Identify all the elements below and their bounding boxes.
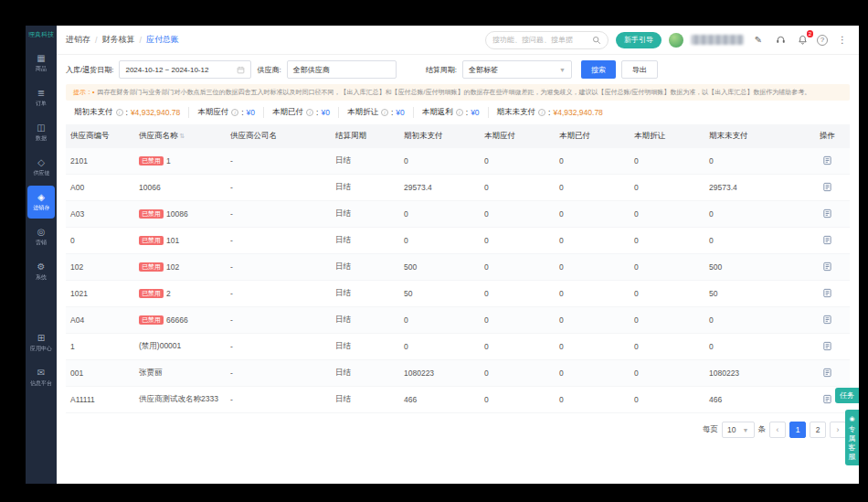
begin-unpaid: 29573.4 <box>399 183 480 192</box>
sidebar-item[interactable]: ⊞ 应用中心 <box>27 326 55 359</box>
page-button[interactable]: 1 <box>789 422 806 438</box>
pagination: 每页 10 ▼ 条 ‹ 1 2 › <box>57 413 859 446</box>
detail-icon[interactable] <box>822 368 832 378</box>
detail-icon[interactable] <box>822 288 832 298</box>
supplier-no: 0 <box>66 236 134 245</box>
sidebar-item[interactable]: ◫ 数据 <box>27 116 55 149</box>
detail-icon[interactable] <box>822 315 832 325</box>
customer-service-ribbon[interactable]: ◉专属客服 <box>845 410 859 465</box>
table-header-row: 供应商编号 供应商名称⇅ 供应商公司名 结算周期 期初未支付 本期应付 本期已付… <box>66 124 850 148</box>
search-icon[interactable] <box>592 36 601 45</box>
sidebar-item[interactable]: ◇ 供应链 <box>27 151 55 184</box>
global-search[interactable] <box>485 31 609 49</box>
period-paid: 0 <box>555 183 630 192</box>
disabled-badge: 已禁用 <box>139 315 164 325</box>
col-header[interactable]: 供应商名称⇅ <box>134 131 226 142</box>
goods-icon: ▦ <box>37 54 45 63</box>
disabled-badge: 已禁用 <box>139 262 164 272</box>
period-paid: 0 <box>555 262 630 272</box>
avatar[interactable] <box>669 33 683 48</box>
username-blurred <box>691 35 744 45</box>
end-unpaid: 0 <box>704 236 807 245</box>
supplier-name-cell: 已禁用10086 <box>134 209 226 219</box>
guide-button[interactable]: 新手引导 <box>616 32 662 48</box>
sidebar-item[interactable]: ✉ 信息平台 <box>27 361 55 394</box>
search-input[interactable] <box>492 36 588 44</box>
info-icon[interactable]: i <box>538 109 545 116</box>
search-button[interactable]: 搜索 <box>581 60 616 79</box>
summary-item: 本期已付 i : ¥0 <box>263 107 338 118</box>
export-button[interactable]: 导出 <box>621 60 658 79</box>
sidebar-item[interactable]: ▦ 商品 <box>27 47 55 80</box>
date-range-input[interactable]: 2024-10-12 ~ 2024-10-12 <box>119 60 251 79</box>
prev-page-button[interactable]: ‹ <box>769 422 786 438</box>
per-page-unit: 条 <box>758 424 767 435</box>
sidebar-item[interactable]: ◈ 进销存 <box>27 186 55 219</box>
more-icon[interactable]: ⋮ <box>835 33 850 48</box>
info-icon[interactable]: i <box>116 109 123 116</box>
detail-icon[interactable] <box>822 182 832 192</box>
summary-colon: : <box>316 108 318 117</box>
supplier-no: A11111 <box>66 395 134 404</box>
breadcrumb-item[interactable]: 进销存 <box>66 34 90 46</box>
payable-table: 供应商编号 供应商名称⇅ 供应商公司名 结算周期 期初未支付 本期应付 本期已付… <box>66 124 850 413</box>
summary-label: 期初未支付 <box>74 107 113 118</box>
summary-label: 本期应付 <box>197 107 228 118</box>
summary-colon: : <box>391 108 393 117</box>
detail-icon[interactable] <box>822 155 832 166</box>
end-unpaid: 50 <box>704 289 807 298</box>
info-icon[interactable]: i <box>306 109 313 116</box>
detail-icon[interactable] <box>822 394 832 404</box>
detail-icon[interactable] <box>822 208 832 219</box>
info-icon[interactable]: i <box>231 109 238 116</box>
disabled-badge: 已禁用 <box>139 289 164 298</box>
cycle-select[interactable]: 全部标签 ▼ <box>462 60 572 79</box>
supplier-name-cell: 已禁用供应商测试改名称2333 <box>134 394 226 405</box>
supplier-name: 1 <box>166 156 171 166</box>
summary-label: 本期返利 <box>422 107 453 118</box>
detail-icon[interactable] <box>822 341 832 351</box>
task-tab[interactable]: 任务 <box>835 388 859 403</box>
help-icon[interactable]: ? <box>817 35 828 46</box>
sidebar-item-label: 应用中心 <box>30 344 52 352</box>
supplier-label: 供应商: <box>257 65 281 75</box>
supplier-no: 102 <box>66 262 134 272</box>
supplier-value: 全部供应商 <box>293 65 330 75</box>
row-actions <box>807 288 848 300</box>
col-header: 本期应付 <box>480 131 555 142</box>
settle-cycle: 日结 <box>331 341 399 352</box>
next-page-button[interactable]: › <box>830 422 846 438</box>
period-payable: 0 <box>480 156 555 166</box>
sidebar-item-label: 订单 <box>36 99 47 107</box>
period-discount: 0 <box>630 368 704 378</box>
disabled-badge: 已禁用 <box>139 156 164 166</box>
sidebar-item[interactable]: ⚙ 系统 <box>27 255 55 288</box>
detail-icon[interactable] <box>822 235 832 245</box>
summary-colon: : <box>126 108 128 117</box>
supplier-no: A04 <box>66 315 134 325</box>
sort-icon[interactable]: ⇅ <box>180 133 185 139</box>
info-icon[interactable]: i <box>381 109 388 116</box>
bell-icon[interactable]: 2 <box>795 33 810 48</box>
edit-icon[interactable]: ✎ <box>751 33 766 48</box>
sidebar-item[interactable]: ≣ 订单 <box>27 81 55 114</box>
supplier-name: 102 <box>166 262 179 272</box>
supply-icon: ◇ <box>37 158 45 167</box>
info-icon[interactable]: i <box>456 109 463 116</box>
detail-icon[interactable] <box>822 262 832 272</box>
settle-cycle: 日结 <box>331 288 399 299</box>
row-actions <box>807 155 848 167</box>
row-actions <box>807 262 848 273</box>
period-discount: 0 <box>630 315 704 325</box>
summary-value: ¥0 <box>396 108 404 117</box>
supplier-input[interactable]: 全部供应商 <box>287 60 397 79</box>
sidebar-item[interactable]: ◎ 营销 <box>27 220 55 253</box>
headset-icon[interactable] <box>773 33 788 48</box>
col-header: 期初未支付 <box>399 131 480 142</box>
sidebar-item-label: 系统 <box>36 272 47 281</box>
col-header: 本期已付 <box>555 131 630 142</box>
breadcrumb-item[interactable]: 财务核算 <box>102 34 135 46</box>
per-page-select[interactable]: 10 ▼ <box>722 422 754 438</box>
page-button[interactable]: 2 <box>810 422 826 438</box>
breadcrumb-item[interactable]: 应付总账 <box>146 34 179 46</box>
